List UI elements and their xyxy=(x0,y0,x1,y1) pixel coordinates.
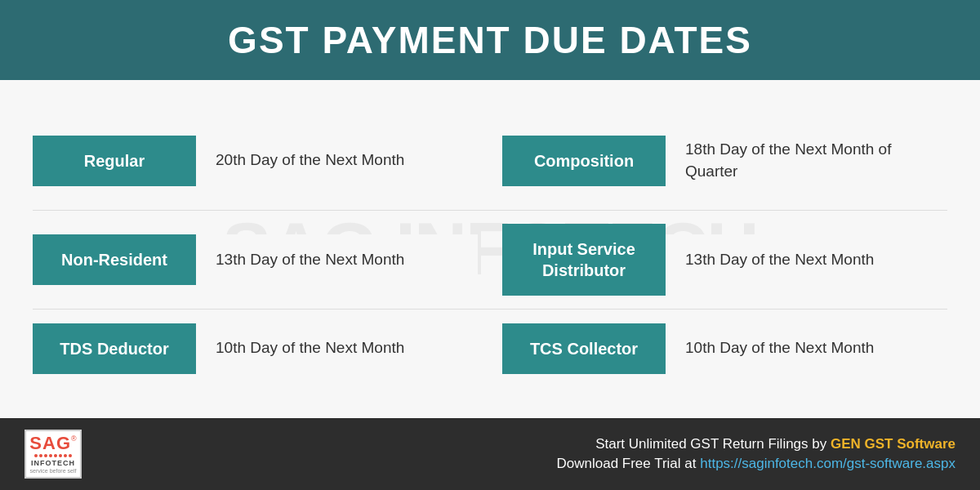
category-isd: Input Service Distributor xyxy=(502,224,666,296)
footer-line1: Start Unlimited GST Return Filings by GE… xyxy=(556,436,956,452)
category-tcs: TCS Collector xyxy=(502,323,666,374)
separator-2 xyxy=(33,309,947,310)
footer-gen-gst: GEN GST Software xyxy=(831,436,956,452)
footer-logo: SAG ® INFOTECH service before self xyxy=(24,430,82,479)
due-date-regular: 20th Day of the Next Month xyxy=(196,135,478,186)
row-1-right: Composition 18th Day of the Next Month o… xyxy=(494,124,947,197)
separator-1 xyxy=(33,210,947,211)
footer-line1-prefix: Start Unlimited GST Return Filings by xyxy=(595,436,831,452)
row-3-right: TCS Collector 10th Day of the Next Month xyxy=(494,323,947,374)
due-date-tds: 10th Day of the Next Month xyxy=(196,323,478,374)
row-2-left: Non-Resident 13th Day of the Next Month xyxy=(33,224,494,296)
footer-right: Start Unlimited GST Return Filings by GE… xyxy=(556,436,956,472)
rows-wrapper: Regular 20th Day of the Next Month Compo… xyxy=(33,124,947,374)
row-1-left: Regular 20th Day of the Next Month xyxy=(33,124,494,197)
sag-logo-box: SAG ® INFOTECH service before self xyxy=(24,430,82,479)
footer-link[interactable]: https://saginfotech.com/gst-software.asp… xyxy=(700,456,956,471)
footer: SAG ® INFOTECH service before self Start… xyxy=(0,418,980,490)
main-content: SAG INFOTECH Regular 20th Day of the Nex… xyxy=(0,80,980,418)
header: GST PAYMENT DUE DATES xyxy=(0,0,980,80)
category-non-resident: Non-Resident xyxy=(33,234,196,285)
due-date-composition: 18th Day of the Next Month of Quarter xyxy=(666,124,947,197)
sag-dots xyxy=(34,454,72,457)
due-date-non-resident: 13th Day of the Next Month xyxy=(196,234,478,286)
page-title: GST PAYMENT DUE DATES xyxy=(16,18,964,62)
row-3-left: TDS Deductor 10th Day of the Next Month xyxy=(33,323,494,374)
row-2-right: Input Service Distributor 13th Day of th… xyxy=(494,224,947,296)
slogan-text: service before self xyxy=(30,468,77,474)
infotech-text: INFOTECH xyxy=(31,459,75,467)
row-1: Regular 20th Day of the Next Month Compo… xyxy=(33,124,947,197)
due-date-tcs: 10th Day of the Next Month xyxy=(666,323,947,374)
due-date-isd: 13th Day of the Next Month xyxy=(666,234,947,286)
main-container: GST PAYMENT DUE DATES SAG INFOTECH Regul… xyxy=(0,0,980,490)
category-composition: Composition xyxy=(502,136,666,186)
row-2: Non-Resident 13th Day of the Next Month … xyxy=(33,224,947,296)
sag-logo-text: SAG xyxy=(29,434,71,452)
category-tds: TDS Deductor xyxy=(33,323,196,374)
category-regular: Regular xyxy=(33,136,196,186)
row-3: TDS Deductor 10th Day of the Next Month … xyxy=(33,323,947,374)
sag-reg-symbol: ® xyxy=(71,434,77,443)
footer-line2-prefix: Download Free Trial at xyxy=(556,456,700,471)
footer-line2: Download Free Trial at https://saginfote… xyxy=(556,456,956,472)
